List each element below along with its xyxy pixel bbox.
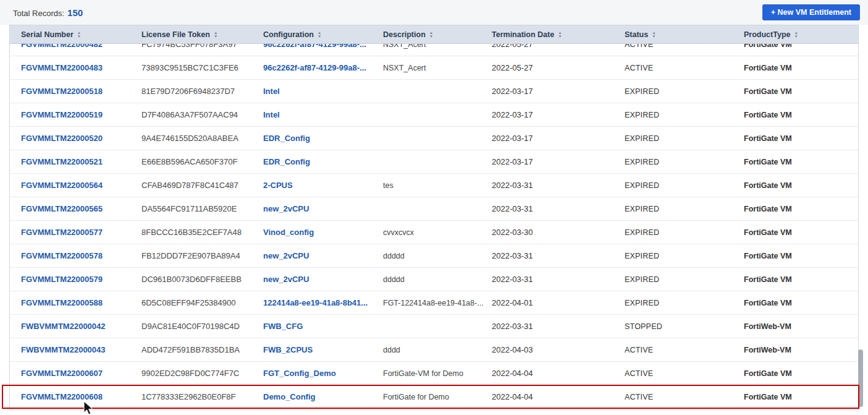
- column-header-termination-date[interactable]: Termination Date: [492, 30, 625, 39]
- serial-number-link[interactable]: FGVMMLTM22000564: [21, 181, 141, 190]
- new-vm-entitlement-button[interactable]: + New VM Entitlement: [762, 4, 860, 20]
- table-scroll-viewport[interactable]: FGVMMLTM22000482FC7974BC53FF078F3A9796c2…: [10, 44, 858, 410]
- table-row: FGVMMLTM220006079902ED2C98FD0C774F7CFGT_…: [10, 362, 858, 385]
- serial-number-link[interactable]: FGVMMLTM22000577: [21, 228, 141, 237]
- table-row: FGVMMLTM2200048373893C9515BC7C1C3FE696c2…: [10, 56, 858, 80]
- column-header-description[interactable]: Description: [383, 30, 492, 39]
- description-text: dddd: [383, 346, 492, 354]
- status-text: EXPIRED: [625, 205, 744, 213]
- configuration-link[interactable]: new_2vCPU: [263, 275, 383, 284]
- product-type: FortiGate VM: [744, 181, 858, 190]
- column-header-configuration[interactable]: Configuration: [263, 30, 383, 39]
- configuration-link[interactable]: 96c2262f-af87-4129-99a8-...: [263, 63, 383, 72]
- total-records: Total Records: 150: [13, 7, 83, 18]
- sort-icon[interactable]: [77, 31, 81, 38]
- serial-number-link[interactable]: FGVMMLTM22000578: [21, 251, 141, 260]
- configuration-link[interactable]: 96c2262f-af87-4129-99a8-...: [263, 44, 383, 49]
- product-type: FortiGate VM: [744, 369, 858, 378]
- column-header-label: Status: [625, 30, 648, 39]
- configuration-link[interactable]: FWB_CFG: [263, 322, 383, 331]
- configuration-link[interactable]: FWB_2CPUS: [263, 345, 383, 354]
- termination-date: 2022-03-31: [492, 251, 625, 260]
- license-file-token: 9A4E746155D520A8ABEA: [141, 134, 263, 143]
- table-row: FGVMMLTM22000565DA5564FC91711AB5920Enew_…: [10, 197, 858, 221]
- status-text: ACTIVE: [625, 369, 744, 378]
- description-text: tes: [383, 181, 492, 190]
- configuration-link[interactable]: EDR_Config: [263, 134, 383, 143]
- serial-number-link[interactable]: FGVMMLTM22000518: [21, 87, 141, 96]
- serial-number-link[interactable]: FGVMMLTM22000608: [21, 392, 141, 401]
- termination-date: 2022-03-31: [492, 275, 625, 284]
- status-text: EXPIRED: [625, 111, 744, 119]
- serial-number-link[interactable]: FGVMMLTM22000607: [21, 369, 141, 378]
- license-file-token: 73893C9515BC7C1C3FE6: [141, 63, 263, 72]
- license-file-token: FC7974BC53FF078F3A97: [141, 44, 263, 49]
- serial-number-link[interactable]: FGVMMLTM22000519: [21, 110, 141, 119]
- termination-date: 2022-03-17: [492, 87, 625, 96]
- serial-number-link[interactable]: FGVMMLTM22000588: [21, 298, 141, 307]
- serial-number-link[interactable]: FGVMMLTM22000579: [21, 275, 141, 284]
- sort-icon[interactable]: [429, 31, 433, 38]
- status-text: EXPIRED: [625, 158, 744, 166]
- configuration-link[interactable]: Intel: [263, 87, 383, 96]
- sort-icon[interactable]: [214, 31, 217, 38]
- sort-icon[interactable]: [794, 31, 798, 38]
- description-text: ddddd: [383, 252, 492, 260]
- serial-number-link[interactable]: FGVMMLTM22000521: [21, 157, 141, 166]
- table-row: FGVMMLTM220005886D5C08EFF94F253849001224…: [10, 291, 858, 315]
- configuration-link[interactable]: new_2vCPU: [263, 251, 383, 260]
- table-row: FWBVMMTM22000043ADD472F591BB7835D1BAFWB_…: [10, 338, 858, 362]
- sort-icon[interactable]: [558, 31, 562, 38]
- product-type: FortiGate VM: [744, 44, 858, 49]
- product-type: FortiWeb-VM: [744, 346, 858, 354]
- license-file-token: D9AC81E40C0F70198C4D: [141, 322, 263, 331]
- column-header-producttype[interactable]: ProductType: [744, 30, 858, 39]
- license-file-token: 81E79D7206F6948237D7: [141, 87, 263, 96]
- column-header-label: Serial Number: [21, 30, 74, 39]
- table-row: FGVMMLTM2200051881E79D7206F6948237D7Inte…: [10, 80, 858, 103]
- termination-date: 2022-04-03: [492, 345, 625, 354]
- product-type: FortiGate VM: [744, 393, 858, 401]
- termination-date: 2022-03-31: [492, 204, 625, 213]
- serial-number-link[interactable]: FWBVMMTM22000043: [21, 345, 141, 354]
- status-text: ACTIVE: [625, 44, 744, 49]
- table-row: FGVMMLTM220005209A4E746155D520A8ABEAEDR_…: [10, 127, 858, 150]
- license-file-token: FB12DDD7F2E907BA89A4: [141, 251, 263, 260]
- status-text: EXPIRED: [625, 299, 744, 307]
- table-row: FGVMMLTM220006081C778333E2962B0E0F8FDemo…: [10, 385, 858, 409]
- serial-number-link[interactable]: FGVMMLTM22000520: [21, 134, 141, 143]
- serial-number-link[interactable]: FGVMMLTM22000482: [21, 44, 141, 49]
- serial-number-link[interactable]: FGVMMLTM22000565: [21, 204, 141, 213]
- configuration-link[interactable]: EDR_Config: [263, 157, 383, 166]
- configuration-link[interactable]: Vinod_config: [263, 228, 383, 237]
- column-header-label: License File Token: [141, 30, 210, 39]
- product-type: FortiGate VM: [744, 252, 858, 260]
- termination-date: 2022-03-31: [492, 322, 625, 331]
- termination-date: 2022-03-17: [492, 157, 625, 166]
- configuration-link[interactable]: FGT_Config_Demo: [263, 369, 383, 378]
- status-text: EXPIRED: [625, 275, 744, 284]
- configuration-link[interactable]: new_2vCPU: [263, 204, 383, 213]
- vertical-scrollbar-thumb[interactable]: [858, 349, 863, 407]
- license-file-token: 1C778333E2962B0E0F8F: [141, 392, 263, 401]
- table-row: FGVMMLTM22000578FB12DDD7F2E907BA89A4new_…: [10, 244, 858, 268]
- configuration-link[interactable]: 2-CPUS: [263, 181, 383, 190]
- license-file-token: 9902ED2C98FD0C774F7C: [141, 369, 263, 378]
- configuration-link[interactable]: 122414a8-ee19-41a8-8b41...: [263, 298, 383, 307]
- termination-date: 2022-04-04: [492, 392, 625, 401]
- product-type: FortiGate VM: [744, 64, 858, 72]
- sort-icon[interactable]: [652, 31, 655, 38]
- license-file-token: DA5564FC91711AB5920E: [141, 204, 263, 213]
- serial-number-link[interactable]: FWBVMMTM22000042: [21, 322, 141, 331]
- configuration-link[interactable]: Demo_Config: [263, 392, 383, 401]
- status-text: EXPIRED: [625, 228, 744, 237]
- column-header-status[interactable]: Status: [625, 30, 744, 39]
- column-header-label: Configuration: [263, 30, 314, 39]
- sort-icon[interactable]: [318, 31, 321, 38]
- serial-number-link[interactable]: FGVMMLTM22000483: [21, 63, 141, 72]
- termination-date: 2022-03-31: [492, 181, 625, 190]
- column-header-license-file-token[interactable]: License File Token: [141, 30, 263, 39]
- column-header-serial-number[interactable]: Serial Number: [21, 30, 141, 39]
- configuration-link[interactable]: Intel: [263, 110, 383, 119]
- product-type: FortiGate VM: [744, 205, 858, 213]
